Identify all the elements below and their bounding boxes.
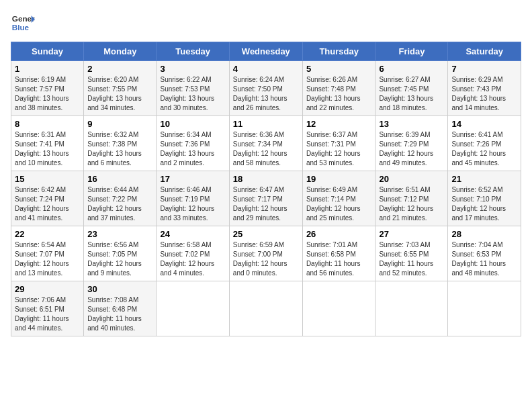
day-detail: Sunrise: 6:42 AM Sunset: 7:24 PM Dayligh… xyxy=(15,185,80,223)
day-detail: Sunrise: 6:27 AM Sunset: 7:45 PM Dayligh… xyxy=(379,75,444,113)
header-cell-monday: Monday xyxy=(84,42,157,61)
week-row-3: 15Sunrise: 6:42 AM Sunset: 7:24 PM Dayli… xyxy=(11,171,521,226)
day-detail: Sunrise: 6:29 AM Sunset: 7:43 PM Dayligh… xyxy=(451,75,517,113)
day-detail: Sunrise: 6:44 AM Sunset: 7:22 PM Dayligh… xyxy=(87,185,152,223)
day-number: 20 xyxy=(379,174,444,184)
week-row-2: 8Sunrise: 6:31 AM Sunset: 7:41 PM Daylig… xyxy=(11,116,521,171)
calendar-cell: 11Sunrise: 6:36 AM Sunset: 7:34 PM Dayli… xyxy=(229,116,302,171)
header-cell-sunday: Sunday xyxy=(11,42,84,61)
svg-text:Blue: Blue xyxy=(12,23,30,32)
day-detail: Sunrise: 6:46 AM Sunset: 7:19 PM Dayligh… xyxy=(160,185,225,223)
calendar-cell: 29Sunrise: 7:06 AM Sunset: 6:51 PM Dayli… xyxy=(11,281,84,336)
calendar-cell xyxy=(302,281,375,336)
day-detail: Sunrise: 6:36 AM Sunset: 7:34 PM Dayligh… xyxy=(233,130,299,168)
calendar-cell: 21Sunrise: 6:52 AM Sunset: 7:10 PM Dayli… xyxy=(448,171,521,226)
calendar-cell: 19Sunrise: 6:49 AM Sunset: 7:14 PM Dayli… xyxy=(302,171,375,226)
day-detail: Sunrise: 7:08 AM Sunset: 6:48 PM Dayligh… xyxy=(87,295,152,333)
day-detail: Sunrise: 6:56 AM Sunset: 7:05 PM Dayligh… xyxy=(87,240,152,278)
day-number: 24 xyxy=(160,229,225,239)
calendar-cell: 27Sunrise: 7:03 AM Sunset: 6:55 PM Dayli… xyxy=(375,226,448,281)
day-number: 23 xyxy=(87,229,152,239)
calendar-cell: 8Sunrise: 6:31 AM Sunset: 7:41 PM Daylig… xyxy=(11,116,84,171)
calendar-cell: 10Sunrise: 6:34 AM Sunset: 7:36 PM Dayli… xyxy=(157,116,229,171)
day-number: 17 xyxy=(160,174,225,184)
calendar-cell: 23Sunrise: 6:56 AM Sunset: 7:05 PM Dayli… xyxy=(84,226,157,281)
calendar-cell: 15Sunrise: 6:42 AM Sunset: 7:24 PM Dayli… xyxy=(11,171,84,226)
calendar-cell: 14Sunrise: 6:41 AM Sunset: 7:26 PM Dayli… xyxy=(448,116,521,171)
calendar-table: SundayMondayTuesdayWednesdayThursdayFrid… xyxy=(11,42,521,336)
day-number: 1 xyxy=(15,64,80,74)
header-cell-saturday: Saturday xyxy=(448,42,521,61)
day-number: 19 xyxy=(306,174,372,184)
day-detail: Sunrise: 6:59 AM Sunset: 7:00 PM Dayligh… xyxy=(233,240,299,278)
day-detail: Sunrise: 6:41 AM Sunset: 7:26 PM Dayligh… xyxy=(451,130,517,168)
day-detail: Sunrise: 6:19 AM Sunset: 7:57 PM Dayligh… xyxy=(15,75,80,113)
day-number: 16 xyxy=(87,174,152,184)
day-detail: Sunrise: 6:39 AM Sunset: 7:29 PM Dayligh… xyxy=(379,130,444,168)
day-detail: Sunrise: 6:26 AM Sunset: 7:48 PM Dayligh… xyxy=(306,75,372,113)
header-cell-friday: Friday xyxy=(375,42,448,61)
calendar-cell: 22Sunrise: 6:54 AM Sunset: 7:07 PM Dayli… xyxy=(11,226,84,281)
calendar-header: SundayMondayTuesdayWednesdayThursdayFrid… xyxy=(11,42,521,61)
day-number: 12 xyxy=(306,119,372,129)
calendar-cell: 26Sunrise: 7:01 AM Sunset: 6:58 PM Dayli… xyxy=(302,226,375,281)
day-number: 26 xyxy=(306,229,372,239)
calendar-cell: 1Sunrise: 6:19 AM Sunset: 7:57 PM Daylig… xyxy=(11,61,84,116)
logo-icon: General Blue xyxy=(11,11,35,35)
calendar-body: 1Sunrise: 6:19 AM Sunset: 7:57 PM Daylig… xyxy=(11,61,521,336)
calendar-cell: 2Sunrise: 6:20 AM Sunset: 7:55 PM Daylig… xyxy=(84,61,157,116)
header-cell-thursday: Thursday xyxy=(302,42,375,61)
day-detail: Sunrise: 6:22 AM Sunset: 7:53 PM Dayligh… xyxy=(160,75,225,113)
day-detail: Sunrise: 7:01 AM Sunset: 6:58 PM Dayligh… xyxy=(306,240,372,278)
logo: General Blue xyxy=(11,11,38,35)
calendar-cell: 7Sunrise: 6:29 AM Sunset: 7:43 PM Daylig… xyxy=(448,61,521,116)
day-number: 27 xyxy=(379,229,444,239)
day-detail: Sunrise: 7:04 AM Sunset: 6:53 PM Dayligh… xyxy=(451,240,517,278)
day-number: 15 xyxy=(15,174,80,184)
day-number: 30 xyxy=(87,284,152,294)
day-detail: Sunrise: 7:03 AM Sunset: 6:55 PM Dayligh… xyxy=(379,240,444,278)
calendar-cell: 30Sunrise: 7:08 AM Sunset: 6:48 PM Dayli… xyxy=(84,281,157,336)
header: General Blue xyxy=(11,11,521,35)
calendar-cell: 28Sunrise: 7:04 AM Sunset: 6:53 PM Dayli… xyxy=(448,226,521,281)
day-detail: Sunrise: 6:31 AM Sunset: 7:41 PM Dayligh… xyxy=(15,130,80,168)
calendar-cell xyxy=(375,281,448,336)
day-number: 11 xyxy=(233,119,299,129)
day-number: 13 xyxy=(379,119,444,129)
calendar-cell xyxy=(448,281,521,336)
day-number: 6 xyxy=(379,64,444,74)
header-cell-wednesday: Wednesday xyxy=(229,42,302,61)
day-number: 21 xyxy=(451,174,517,184)
day-detail: Sunrise: 6:34 AM Sunset: 7:36 PM Dayligh… xyxy=(160,130,225,168)
day-number: 4 xyxy=(233,64,299,74)
calendar-cell: 6Sunrise: 6:27 AM Sunset: 7:45 PM Daylig… xyxy=(375,61,448,116)
day-detail: Sunrise: 7:06 AM Sunset: 6:51 PM Dayligh… xyxy=(15,295,80,333)
day-detail: Sunrise: 6:37 AM Sunset: 7:31 PM Dayligh… xyxy=(306,130,372,168)
day-detail: Sunrise: 6:58 AM Sunset: 7:02 PM Dayligh… xyxy=(160,240,225,278)
calendar-cell: 18Sunrise: 6:47 AM Sunset: 7:17 PM Dayli… xyxy=(229,171,302,226)
day-number: 10 xyxy=(160,119,225,129)
day-number: 28 xyxy=(451,229,517,239)
day-number: 7 xyxy=(451,64,517,74)
day-number: 2 xyxy=(87,64,152,74)
day-number: 25 xyxy=(233,229,299,239)
calendar-cell: 9Sunrise: 6:32 AM Sunset: 7:38 PM Daylig… xyxy=(84,116,157,171)
day-detail: Sunrise: 6:24 AM Sunset: 7:50 PM Dayligh… xyxy=(233,75,299,113)
calendar-cell: 20Sunrise: 6:51 AM Sunset: 7:12 PM Dayli… xyxy=(375,171,448,226)
calendar-cell: 4Sunrise: 6:24 AM Sunset: 7:50 PM Daylig… xyxy=(229,61,302,116)
day-detail: Sunrise: 6:32 AM Sunset: 7:38 PM Dayligh… xyxy=(87,130,152,168)
day-number: 18 xyxy=(233,174,299,184)
calendar-cell xyxy=(157,281,229,336)
day-detail: Sunrise: 6:20 AM Sunset: 7:55 PM Dayligh… xyxy=(87,75,152,113)
day-number: 5 xyxy=(306,64,372,74)
calendar-cell xyxy=(229,281,302,336)
calendar-cell: 16Sunrise: 6:44 AM Sunset: 7:22 PM Dayli… xyxy=(84,171,157,226)
day-detail: Sunrise: 6:54 AM Sunset: 7:07 PM Dayligh… xyxy=(15,240,80,278)
calendar-cell: 13Sunrise: 6:39 AM Sunset: 7:29 PM Dayli… xyxy=(375,116,448,171)
day-number: 22 xyxy=(15,229,80,239)
calendar-cell: 3Sunrise: 6:22 AM Sunset: 7:53 PM Daylig… xyxy=(157,61,229,116)
week-row-4: 22Sunrise: 6:54 AM Sunset: 7:07 PM Dayli… xyxy=(11,226,521,281)
day-detail: Sunrise: 6:52 AM Sunset: 7:10 PM Dayligh… xyxy=(451,185,517,223)
day-number: 9 xyxy=(87,119,152,129)
week-row-5: 29Sunrise: 7:06 AM Sunset: 6:51 PM Dayli… xyxy=(11,281,521,336)
